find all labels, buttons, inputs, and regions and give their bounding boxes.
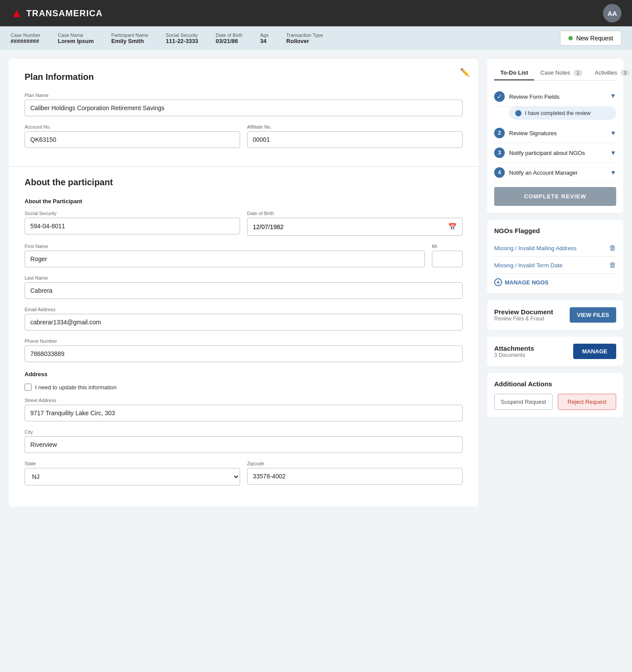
street-label: Street Address bbox=[25, 398, 463, 403]
todo-item-4-number: 4 bbox=[494, 167, 505, 178]
email-input[interactable] bbox=[25, 314, 463, 331]
zipcode-input[interactable] bbox=[247, 468, 463, 485]
tab-todo-label: To-Do List bbox=[500, 69, 528, 76]
attachments-card-inner: Attachments 3 Documents MANAGE bbox=[494, 344, 616, 359]
last-name-input[interactable] bbox=[25, 282, 463, 299]
todo-item-4-chevron[interactable]: ▼ bbox=[610, 169, 616, 176]
edit-icon[interactable]: ✏️ bbox=[460, 68, 470, 77]
todo-item-1-chevron[interactable]: ▲ bbox=[610, 93, 616, 100]
todo-item-1[interactable]: ✓ Review Form Fields ▲ bbox=[494, 87, 616, 107]
todo-item-3-left: 3 Notify participant about NGOs bbox=[494, 147, 585, 158]
ngo-link-2[interactable]: Missing / Invalid Term Date bbox=[494, 262, 563, 269]
city-label: City bbox=[25, 429, 463, 435]
social-security-field: Social Security 111-22-3333 bbox=[166, 32, 198, 44]
todo-item-4[interactable]: 4 Notify an Account Manager ▼ bbox=[494, 163, 616, 183]
dob-value: 03/21/86 bbox=[216, 38, 243, 44]
top-header: ▲ TRANSAMERICA AA bbox=[0, 0, 632, 26]
age-field: Age 34 bbox=[260, 32, 269, 44]
state-select[interactable]: NJ NY CA FL bbox=[25, 468, 240, 485]
view-files-button[interactable]: VIEW FILES bbox=[570, 307, 616, 323]
dob-label: Date of Birth bbox=[216, 32, 243, 38]
reject-request-button[interactable]: Reject Request bbox=[558, 394, 616, 410]
todo-item-1-check: ✓ bbox=[494, 91, 505, 102]
calendar-icon[interactable]: 📅 bbox=[448, 223, 457, 231]
preview-title: Preview Document bbox=[494, 308, 553, 316]
todo-sub-radio-1[interactable] bbox=[515, 110, 521, 116]
participant-ssn-input[interactable] bbox=[25, 218, 240, 234]
case-number-field: Case Number ######### bbox=[11, 32, 40, 44]
transaction-type-label: Transaction Type bbox=[286, 32, 323, 38]
transaction-type-value: Rollover bbox=[286, 38, 323, 44]
todo-item-2-chevron[interactable]: ▼ bbox=[610, 129, 616, 137]
additional-actions-card: Additional Actions Suspend Request Rejec… bbox=[487, 373, 623, 417]
tab-case-notes-label: Case Notes bbox=[540, 69, 570, 76]
address-checkbox[interactable] bbox=[25, 384, 32, 391]
new-request-button[interactable]: New Request bbox=[560, 31, 621, 46]
age-value: 34 bbox=[260, 38, 269, 44]
complete-review-button[interactable]: COMPLETE REVIEW bbox=[494, 187, 616, 206]
phone-field: Phone Number bbox=[25, 338, 463, 362]
section-divider bbox=[9, 166, 478, 167]
participant-name-label: Participant Name bbox=[111, 32, 148, 38]
todo-item-2-left: 2 Review Signatures bbox=[494, 128, 557, 138]
attachments-card: Attachments 3 Documents MANAGE bbox=[487, 337, 623, 366]
attachments-title: Attachments bbox=[494, 345, 534, 352]
todo-sub-content-1: I have completed the review bbox=[509, 107, 616, 120]
ngo-delete-2[interactable]: 🗑 bbox=[609, 261, 616, 269]
tab-activities[interactable]: Activities 3 bbox=[589, 66, 632, 80]
tab-case-notes[interactable]: Case Notes 1 bbox=[534, 66, 589, 80]
plan-name-input[interactable] bbox=[25, 100, 463, 116]
preview-text: Preview Document Review Files & Fraud bbox=[494, 308, 553, 322]
email-label: Email Address bbox=[25, 307, 463, 312]
logo-icon: ▲ bbox=[11, 6, 23, 20]
participant-dob-field: Date of Birth 📅 bbox=[247, 211, 463, 236]
todo-item-1-left: ✓ Review Form Fields bbox=[494, 91, 560, 102]
tab-activities-badge: 3 bbox=[621, 70, 629, 76]
mi-input[interactable] bbox=[432, 251, 463, 267]
last-name-label: Last Name bbox=[25, 275, 463, 280]
case-name-label: Case Name bbox=[58, 32, 94, 38]
first-name-field: First Name bbox=[25, 244, 425, 267]
phone-label: Phone Number bbox=[25, 338, 463, 344]
tab-case-notes-badge: 1 bbox=[574, 70, 582, 76]
participant-dob-input-wrapper: 📅 bbox=[247, 218, 463, 236]
zipcode-field: Zipcode bbox=[247, 461, 463, 485]
main-layout: ✏️ Plan Information Plan Name Account No… bbox=[0, 50, 632, 515]
ngo-link-1[interactable]: Missing / Invalid Mailing Address bbox=[494, 245, 577, 252]
attachments-left: Attachments 3 Documents bbox=[494, 345, 534, 358]
todo-item-3[interactable]: 3 Notify participant about NGOs ▼ bbox=[494, 143, 616, 163]
mi-label: MI bbox=[432, 244, 463, 249]
account-no-input[interactable] bbox=[25, 131, 240, 148]
manage-attachments-button[interactable]: MANAGE bbox=[573, 344, 616, 359]
todo-card: To-Do List Case Notes 1 Activities 3 ✓ R… bbox=[487, 59, 623, 213]
first-name-input[interactable] bbox=[25, 251, 425, 267]
tabs-row: To-Do List Case Notes 1 Activities 3 bbox=[494, 66, 616, 81]
left-panel: ✏️ Plan Information Plan Name Account No… bbox=[9, 59, 478, 507]
preview-document-card: Preview Document Review Files & Fraud VI… bbox=[487, 300, 623, 330]
participant-name-field: Participant Name Emily Smith bbox=[111, 32, 148, 44]
tab-todo-list[interactable]: To-Do List bbox=[494, 66, 534, 80]
affiliate-no-input[interactable] bbox=[247, 131, 463, 148]
city-input[interactable] bbox=[25, 436, 463, 453]
ngo-delete-1[interactable]: 🗑 bbox=[609, 244, 616, 252]
street-input[interactable] bbox=[25, 405, 463, 421]
actions-row: Suspend Request Reject Request bbox=[494, 394, 616, 410]
todo-item-2[interactable]: 2 Review Signatures ▼ bbox=[494, 123, 616, 143]
manage-ngos-button[interactable]: + MANAGE NGOS bbox=[494, 278, 616, 286]
avatar[interactable]: AA bbox=[603, 4, 621, 22]
transaction-type-field: Transaction Type Rollover bbox=[286, 32, 323, 44]
plan-information-title: Plan Information bbox=[25, 72, 463, 82]
sub-header: Case Number ######### Case Name Lorem Ip… bbox=[0, 26, 632, 50]
todo-item-3-label: Notify participant about NGOs bbox=[509, 150, 585, 156]
suspend-request-button[interactable]: Suspend Request bbox=[494, 394, 553, 410]
new-request-status-dot bbox=[568, 36, 573, 40]
participant-dob-input[interactable] bbox=[253, 223, 448, 230]
todo-item-3-chevron[interactable]: ▼ bbox=[610, 149, 616, 156]
address-label: Address bbox=[25, 371, 463, 377]
todo-sub-label-1: I have completed the review bbox=[525, 110, 590, 116]
participant-subsection-label: About the Participant bbox=[25, 198, 463, 205]
account-no-label: Account No. bbox=[25, 124, 240, 129]
phone-input[interactable] bbox=[25, 345, 463, 362]
last-name-field: Last Name bbox=[25, 275, 463, 299]
mi-field: MI bbox=[432, 244, 463, 267]
